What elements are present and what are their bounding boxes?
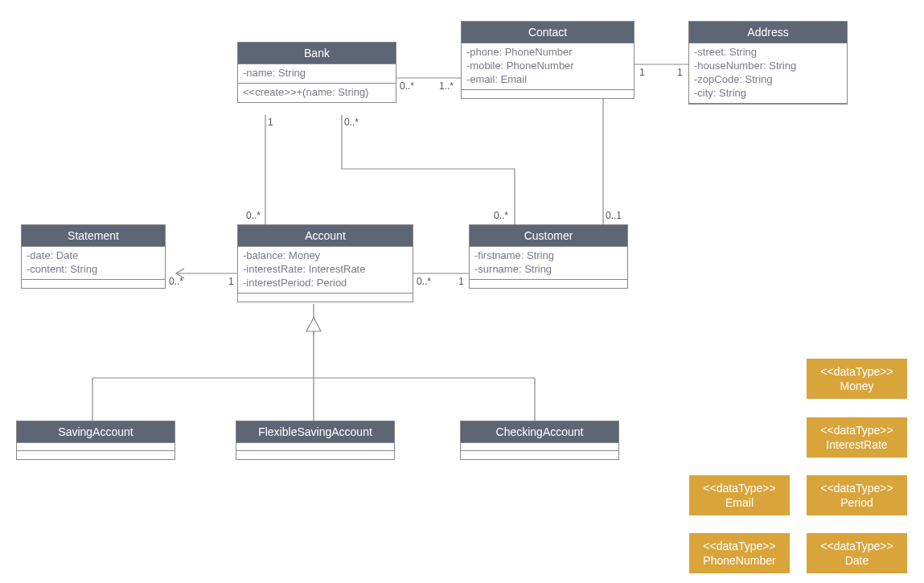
dt-name: Date	[815, 554, 899, 567]
dt-name: PhoneNumber	[697, 554, 782, 567]
mult: 1	[677, 67, 683, 78]
stereotype: <<dataType>>	[697, 482, 782, 495]
mult: 1..*	[439, 80, 454, 92]
mult: 1	[639, 67, 645, 78]
datatype-period: <<dataType>> Period	[807, 475, 907, 515]
datatype-interest: <<dataType>> InterestRate	[807, 417, 907, 458]
dt-name: Email	[697, 496, 782, 509]
attr: -houseNumber: String	[694, 60, 842, 73]
dt-name: Money	[815, 380, 899, 392]
class-address-title: Address	[689, 22, 847, 43]
svg-marker-7	[306, 318, 321, 331]
mult: 0..1	[606, 210, 622, 221]
stereotype: <<dataType>>	[815, 540, 899, 552]
attr: -firstname: String	[474, 249, 622, 263]
op: <<create>>+(name: String)	[243, 86, 391, 100]
class-customer: Customer -firstname: String -surname: St…	[469, 224, 628, 289]
attr: -street: String	[694, 46, 842, 60]
mult: 0..*	[417, 276, 431, 287]
datatype-money: <<dataType>> Money	[807, 359, 907, 399]
class-bank: Bank -name: String <<create>>+(name: Str…	[237, 42, 396, 103]
stereotype: <<dataType>>	[815, 424, 899, 437]
attr: -interestPeriod: Period	[243, 277, 408, 290]
stereotype: <<dataType>>	[697, 540, 782, 552]
class-checking: CheckingAccount	[460, 421, 619, 460]
datatype-email: <<dataType>> Email	[689, 475, 790, 515]
dt-name: InterestRate	[815, 438, 899, 451]
attr: -interestRate: InterestRate	[243, 263, 408, 277]
attr: -zopCode: String	[694, 73, 842, 87]
attr: -city: String	[694, 87, 842, 101]
mult: 0..*	[400, 80, 414, 92]
dt-name: Period	[815, 496, 899, 509]
mult: 1	[228, 276, 234, 287]
attr: -phone: PhoneNumber	[466, 46, 629, 60]
mult: 0..*	[344, 117, 359, 128]
class-flexible: FlexibleSavingAccount	[236, 421, 395, 460]
mult: 1	[268, 117, 273, 128]
stereotype: <<dataType>>	[815, 482, 899, 495]
datatype-date: <<dataType>> Date	[807, 533, 907, 573]
attr: -content: String	[27, 263, 160, 277]
class-bank-title: Bank	[238, 43, 396, 64]
class-account-title: Account	[238, 225, 413, 247]
class-flexible-title: FlexibleSavingAccount	[236, 421, 394, 443]
stereotype: <<dataType>>	[815, 365, 899, 378]
class-saving-title: SavingAccount	[17, 421, 175, 443]
class-saving: SavingAccount	[16, 421, 175, 460]
attr: -date: Date	[27, 249, 160, 263]
class-contact-title: Contact	[462, 22, 634, 43]
mult: 0..*	[169, 276, 183, 287]
class-contact: Contact -phone: PhoneNumber -mobile: Pho…	[461, 21, 634, 99]
class-checking-title: CheckingAccount	[461, 421, 618, 443]
mult: 1	[458, 276, 464, 287]
class-address: Address -street: String -houseNumber: St…	[688, 21, 848, 105]
datatype-phone: <<dataType>> PhoneNumber	[689, 533, 790, 573]
class-statement: Statement -date: Date -content: String	[21, 224, 166, 289]
class-account: Account -balance: Money -interestRate: I…	[237, 224, 413, 302]
class-statement-title: Statement	[22, 225, 165, 247]
attr: -surname: String	[474, 263, 622, 277]
attr: -email: Email	[466, 73, 629, 87]
class-customer-title: Customer	[470, 225, 627, 247]
attr: -balance: Money	[243, 249, 408, 263]
mult: 0..*	[246, 210, 261, 221]
attr: -name: String	[243, 67, 391, 80]
mult: 0..*	[494, 210, 508, 221]
attr: -mobile: PhoneNumber	[466, 60, 629, 73]
